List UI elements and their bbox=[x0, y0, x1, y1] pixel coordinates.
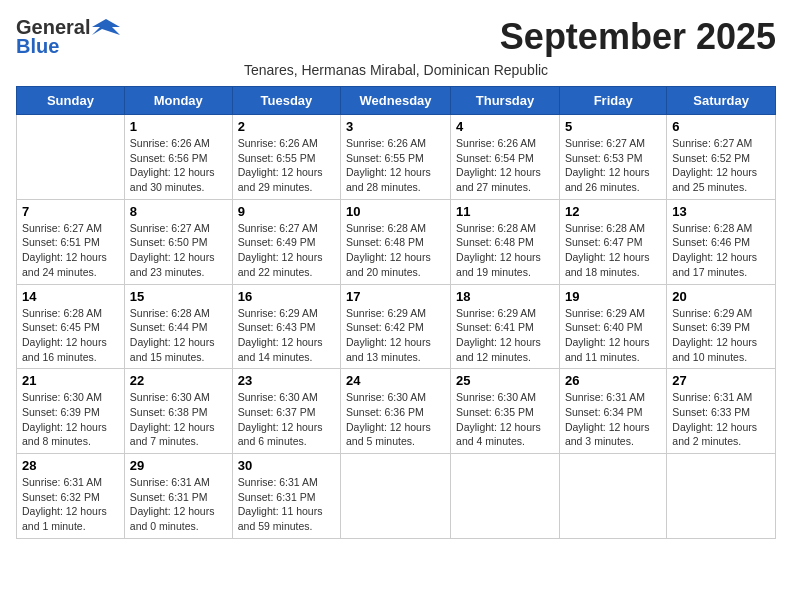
header-saturday: Saturday bbox=[667, 87, 776, 115]
day-number: 23 bbox=[238, 373, 335, 388]
day-detail: Sunrise: 6:28 AM Sunset: 6:47 PM Dayligh… bbox=[565, 221, 661, 280]
calendar-cell-w3-d4: 17Sunrise: 6:29 AM Sunset: 6:42 PM Dayli… bbox=[341, 284, 451, 369]
calendar-cell-w4-d3: 23Sunrise: 6:30 AM Sunset: 6:37 PM Dayli… bbox=[232, 369, 340, 454]
day-detail: Sunrise: 6:28 AM Sunset: 6:48 PM Dayligh… bbox=[346, 221, 445, 280]
logo-blue-text: Blue bbox=[16, 35, 59, 58]
day-number: 24 bbox=[346, 373, 445, 388]
day-number: 3 bbox=[346, 119, 445, 134]
day-detail: Sunrise: 6:31 AM Sunset: 6:32 PM Dayligh… bbox=[22, 475, 119, 534]
day-number: 12 bbox=[565, 204, 661, 219]
week-row-2: 7Sunrise: 6:27 AM Sunset: 6:51 PM Daylig… bbox=[17, 199, 776, 284]
day-number: 13 bbox=[672, 204, 770, 219]
week-row-3: 14Sunrise: 6:28 AM Sunset: 6:45 PM Dayli… bbox=[17, 284, 776, 369]
day-detail: Sunrise: 6:27 AM Sunset: 6:49 PM Dayligh… bbox=[238, 221, 335, 280]
day-detail: Sunrise: 6:31 AM Sunset: 6:31 PM Dayligh… bbox=[130, 475, 227, 534]
day-number: 21 bbox=[22, 373, 119, 388]
calendar-cell-w1-d2: 1Sunrise: 6:26 AM Sunset: 6:56 PM Daylig… bbox=[124, 115, 232, 200]
svg-marker-0 bbox=[92, 19, 120, 35]
day-number: 30 bbox=[238, 458, 335, 473]
day-detail: Sunrise: 6:26 AM Sunset: 6:54 PM Dayligh… bbox=[456, 136, 554, 195]
day-number: 29 bbox=[130, 458, 227, 473]
subtitle: Tenares, Hermanas Mirabal, Dominican Rep… bbox=[16, 62, 776, 78]
day-detail: Sunrise: 6:30 AM Sunset: 6:38 PM Dayligh… bbox=[130, 390, 227, 449]
day-detail: Sunrise: 6:26 AM Sunset: 6:55 PM Dayligh… bbox=[346, 136, 445, 195]
day-detail: Sunrise: 6:31 AM Sunset: 6:31 PM Dayligh… bbox=[238, 475, 335, 534]
day-detail: Sunrise: 6:29 AM Sunset: 6:41 PM Dayligh… bbox=[456, 306, 554, 365]
logo: General Blue bbox=[16, 16, 120, 58]
day-detail: Sunrise: 6:29 AM Sunset: 6:40 PM Dayligh… bbox=[565, 306, 661, 365]
day-detail: Sunrise: 6:28 AM Sunset: 6:44 PM Dayligh… bbox=[130, 306, 227, 365]
calendar-cell-w2-d1: 7Sunrise: 6:27 AM Sunset: 6:51 PM Daylig… bbox=[17, 199, 125, 284]
calendar-cell-w3-d3: 16Sunrise: 6:29 AM Sunset: 6:43 PM Dayli… bbox=[232, 284, 340, 369]
day-number: 26 bbox=[565, 373, 661, 388]
calendar-cell-w2-d2: 8Sunrise: 6:27 AM Sunset: 6:50 PM Daylig… bbox=[124, 199, 232, 284]
header-tuesday: Tuesday bbox=[232, 87, 340, 115]
day-number: 2 bbox=[238, 119, 335, 134]
day-number: 22 bbox=[130, 373, 227, 388]
day-number: 1 bbox=[130, 119, 227, 134]
day-detail: Sunrise: 6:30 AM Sunset: 6:39 PM Dayligh… bbox=[22, 390, 119, 449]
calendar-table: Sunday Monday Tuesday Wednesday Thursday… bbox=[16, 86, 776, 539]
day-detail: Sunrise: 6:31 AM Sunset: 6:34 PM Dayligh… bbox=[565, 390, 661, 449]
calendar-cell-w1-d4: 3Sunrise: 6:26 AM Sunset: 6:55 PM Daylig… bbox=[341, 115, 451, 200]
day-detail: Sunrise: 6:28 AM Sunset: 6:45 PM Dayligh… bbox=[22, 306, 119, 365]
calendar-cell-w4-d2: 22Sunrise: 6:30 AM Sunset: 6:38 PM Dayli… bbox=[124, 369, 232, 454]
calendar-cell-w4-d5: 25Sunrise: 6:30 AM Sunset: 6:35 PM Dayli… bbox=[451, 369, 560, 454]
day-number: 25 bbox=[456, 373, 554, 388]
day-detail: Sunrise: 6:27 AM Sunset: 6:50 PM Dayligh… bbox=[130, 221, 227, 280]
calendar-cell-w5-d3: 30Sunrise: 6:31 AM Sunset: 6:31 PM Dayli… bbox=[232, 454, 340, 539]
day-detail: Sunrise: 6:29 AM Sunset: 6:42 PM Dayligh… bbox=[346, 306, 445, 365]
day-detail: Sunrise: 6:30 AM Sunset: 6:35 PM Dayligh… bbox=[456, 390, 554, 449]
calendar-cell-w1-d5: 4Sunrise: 6:26 AM Sunset: 6:54 PM Daylig… bbox=[451, 115, 560, 200]
day-number: 9 bbox=[238, 204, 335, 219]
calendar-cell-w2-d7: 13Sunrise: 6:28 AM Sunset: 6:46 PM Dayli… bbox=[667, 199, 776, 284]
day-detail: Sunrise: 6:31 AM Sunset: 6:33 PM Dayligh… bbox=[672, 390, 770, 449]
calendar-cell-w5-d2: 29Sunrise: 6:31 AM Sunset: 6:31 PM Dayli… bbox=[124, 454, 232, 539]
calendar-cell-w3-d1: 14Sunrise: 6:28 AM Sunset: 6:45 PM Dayli… bbox=[17, 284, 125, 369]
day-number: 14 bbox=[22, 289, 119, 304]
day-number: 5 bbox=[565, 119, 661, 134]
day-number: 28 bbox=[22, 458, 119, 473]
calendar-cell-w2-d4: 10Sunrise: 6:28 AM Sunset: 6:48 PM Dayli… bbox=[341, 199, 451, 284]
day-number: 7 bbox=[22, 204, 119, 219]
week-row-5: 28Sunrise: 6:31 AM Sunset: 6:32 PM Dayli… bbox=[17, 454, 776, 539]
calendar-cell-w1-d1 bbox=[17, 115, 125, 200]
calendar-cell-w5-d1: 28Sunrise: 6:31 AM Sunset: 6:32 PM Dayli… bbox=[17, 454, 125, 539]
calendar-cell-w5-d4 bbox=[341, 454, 451, 539]
calendar-cell-w1-d6: 5Sunrise: 6:27 AM Sunset: 6:53 PM Daylig… bbox=[559, 115, 666, 200]
week-row-1: 1Sunrise: 6:26 AM Sunset: 6:56 PM Daylig… bbox=[17, 115, 776, 200]
day-detail: Sunrise: 6:26 AM Sunset: 6:56 PM Dayligh… bbox=[130, 136, 227, 195]
day-number: 15 bbox=[130, 289, 227, 304]
day-detail: Sunrise: 6:30 AM Sunset: 6:36 PM Dayligh… bbox=[346, 390, 445, 449]
calendar-cell-w2-d5: 11Sunrise: 6:28 AM Sunset: 6:48 PM Dayli… bbox=[451, 199, 560, 284]
calendar-cell-w5-d5 bbox=[451, 454, 560, 539]
calendar-cell-w1-d7: 6Sunrise: 6:27 AM Sunset: 6:52 PM Daylig… bbox=[667, 115, 776, 200]
calendar-cell-w5-d7 bbox=[667, 454, 776, 539]
day-number: 6 bbox=[672, 119, 770, 134]
day-detail: Sunrise: 6:28 AM Sunset: 6:48 PM Dayligh… bbox=[456, 221, 554, 280]
day-number: 4 bbox=[456, 119, 554, 134]
day-detail: Sunrise: 6:26 AM Sunset: 6:55 PM Dayligh… bbox=[238, 136, 335, 195]
calendar-cell-w1-d3: 2Sunrise: 6:26 AM Sunset: 6:55 PM Daylig… bbox=[232, 115, 340, 200]
week-row-4: 21Sunrise: 6:30 AM Sunset: 6:39 PM Dayli… bbox=[17, 369, 776, 454]
day-detail: Sunrise: 6:28 AM Sunset: 6:46 PM Dayligh… bbox=[672, 221, 770, 280]
day-number: 10 bbox=[346, 204, 445, 219]
calendar-cell-w3-d5: 18Sunrise: 6:29 AM Sunset: 6:41 PM Dayli… bbox=[451, 284, 560, 369]
logo-bird-icon bbox=[92, 17, 120, 39]
day-detail: Sunrise: 6:29 AM Sunset: 6:39 PM Dayligh… bbox=[672, 306, 770, 365]
weekday-header-row: Sunday Monday Tuesday Wednesday Thursday… bbox=[17, 87, 776, 115]
day-detail: Sunrise: 6:27 AM Sunset: 6:53 PM Dayligh… bbox=[565, 136, 661, 195]
calendar-cell-w2-d3: 9Sunrise: 6:27 AM Sunset: 6:49 PM Daylig… bbox=[232, 199, 340, 284]
header-sunday: Sunday bbox=[17, 87, 125, 115]
day-number: 27 bbox=[672, 373, 770, 388]
day-number: 8 bbox=[130, 204, 227, 219]
day-number: 20 bbox=[672, 289, 770, 304]
day-number: 18 bbox=[456, 289, 554, 304]
calendar-cell-w3-d7: 20Sunrise: 6:29 AM Sunset: 6:39 PM Dayli… bbox=[667, 284, 776, 369]
day-detail: Sunrise: 6:27 AM Sunset: 6:51 PM Dayligh… bbox=[22, 221, 119, 280]
header-monday: Monday bbox=[124, 87, 232, 115]
calendar-cell-w3-d6: 19Sunrise: 6:29 AM Sunset: 6:40 PM Dayli… bbox=[559, 284, 666, 369]
calendar-cell-w4-d7: 27Sunrise: 6:31 AM Sunset: 6:33 PM Dayli… bbox=[667, 369, 776, 454]
header-friday: Friday bbox=[559, 87, 666, 115]
calendar-cell-w5-d6 bbox=[559, 454, 666, 539]
